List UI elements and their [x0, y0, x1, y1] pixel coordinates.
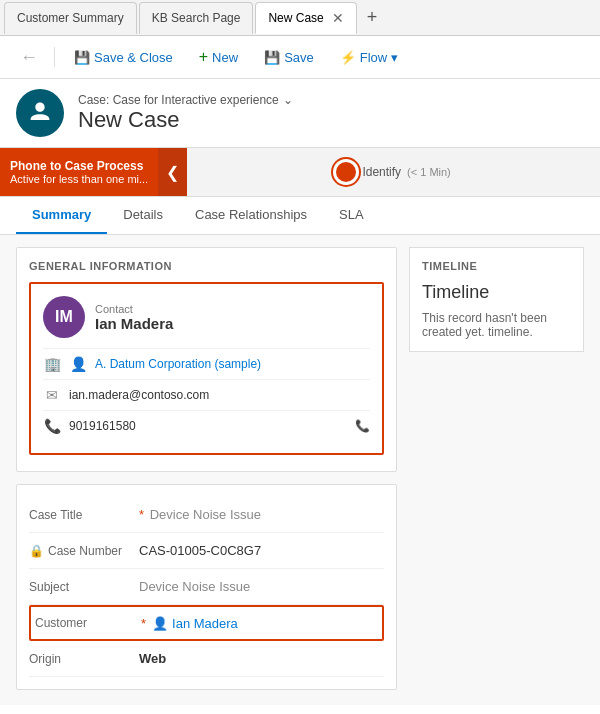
contact-avatar: IM [43, 296, 85, 338]
tab-kb-search-page[interactable]: KB Search Page [139, 2, 254, 34]
flow-chevron-icon: ▾ [391, 50, 398, 65]
timeline-title: Timeline [422, 282, 571, 303]
new-button[interactable]: + New [188, 42, 249, 72]
case-title-value: * Device Noise Issue [139, 507, 384, 522]
lock-icon: 🔒 [29, 544, 44, 558]
browser-tabs: Customer Summary KB Search Page New Case… [0, 0, 600, 36]
save-close-button[interactable]: 💾 Save & Close [63, 44, 184, 71]
save-close-icon: 💾 [74, 50, 90, 65]
record-title-area: Case: Case for Interactive experience ⌄ … [78, 93, 293, 133]
subject-row: Subject Device Noise Issue [29, 569, 384, 605]
case-title-row: Case Title * Device Noise Issue [29, 497, 384, 533]
tab-close-icon[interactable]: ✕ [332, 10, 344, 26]
timeline-empty-message: This record hasn't been created yet. tim… [422, 311, 571, 339]
customer-row: Customer * 👤 Ian Madera [29, 605, 384, 641]
email-icon: ✉ [43, 387, 61, 403]
contact-info: Contact Ian Madera [95, 303, 370, 332]
entity-chevron-icon[interactable]: ⌄ [283, 93, 293, 107]
general-info-card: GENERAL INFORMATION IM Contact Ian Mader… [16, 247, 397, 472]
timeline-card: TIMELINE Timeline This record hasn't bee… [409, 247, 584, 352]
toolbar: ← 💾 Save & Close + New 💾 Save ⚡ Flow ▾ [0, 36, 600, 79]
record-entity: Case: Case for Interactive experience ⌄ [78, 93, 293, 107]
timeline-section-title: TIMELINE [422, 260, 571, 272]
customer-value[interactable]: * 👤 Ian Madera [141, 616, 382, 631]
right-panel: TIMELINE Timeline This record hasn't bee… [409, 247, 584, 693]
case-number-value: CAS-01005-C0C8G7 [139, 543, 384, 558]
customer-required-star: * [141, 616, 146, 631]
bpf-dot-identify [336, 162, 356, 182]
contact-email-row: ✉ ian.madera@contoso.com [43, 379, 370, 410]
tab-customer-summary[interactable]: Customer Summary [4, 2, 137, 34]
customer-link-icon: 👤 [152, 616, 168, 631]
origin-row: Origin Web [29, 641, 384, 677]
phone-dial-icon[interactable]: 📞 [355, 419, 370, 433]
flow-button[interactable]: ⚡ Flow ▾ [329, 44, 409, 71]
bpf-stages: Identify (< 1 Min) [187, 148, 600, 196]
flow-icon: ⚡ [340, 50, 356, 65]
contact-phone-row: 📞 9019161580 📞 [43, 410, 370, 441]
subject-value: Device Noise Issue [139, 579, 384, 594]
main-content: GENERAL INFORMATION IM Contact Ian Mader… [0, 235, 600, 705]
required-star: * [139, 507, 144, 522]
case-number-label: 🔒 Case Number [29, 544, 139, 558]
bpf-bar: Phone to Case Process Active for less th… [0, 147, 600, 197]
general-info-title: GENERAL INFORMATION [29, 260, 384, 272]
case-form-card: Case Title * Device Noise Issue 🔒 Case N… [16, 484, 397, 690]
phone-icon: 📞 [43, 418, 61, 434]
toolbar-separator-1 [54, 47, 55, 67]
contact-company-row: 🏢 👤 A. Datum Corporation (sample) [43, 348, 370, 379]
back-button[interactable]: ← [12, 47, 46, 68]
tab-case-relationships[interactable]: Case Relationships [179, 197, 323, 234]
tab-summary[interactable]: Summary [16, 197, 107, 234]
left-panel: GENERAL INFORMATION IM Contact Ian Mader… [16, 247, 397, 693]
contact-header-row: IM Contact Ian Madera [43, 296, 370, 338]
case-number-row: 🔒 Case Number CAS-01005-C0C8G7 [29, 533, 384, 569]
origin-value: Web [139, 651, 384, 666]
contact-icon: 👤 [69, 356, 87, 372]
bpf-collapse-button[interactable]: ❮ [158, 148, 187, 196]
case-title-label: Case Title [29, 508, 139, 522]
origin-label: Origin [29, 652, 139, 666]
customer-label: Customer [31, 616, 141, 630]
save-button[interactable]: 💾 Save [253, 44, 325, 71]
save-icon: 💾 [264, 50, 280, 65]
new-icon: + [199, 48, 208, 66]
tab-details[interactable]: Details [107, 197, 179, 234]
subject-label: Subject [29, 580, 139, 594]
nav-tabs: Summary Details Case Relationships SLA [0, 197, 600, 235]
bpf-label: Phone to Case Process Active for less th… [0, 148, 158, 196]
avatar [16, 89, 64, 137]
tab-new-case[interactable]: New Case ✕ [255, 2, 356, 34]
bpf-stage-identify: Identify (< 1 Min) [336, 162, 450, 182]
company-link[interactable]: A. Datum Corporation (sample) [95, 357, 261, 371]
company-icon: 🏢 [43, 356, 61, 372]
contact-card: IM Contact Ian Madera 🏢 👤 A. Datum Corpo… [29, 282, 384, 455]
add-tab-button[interactable]: + [359, 7, 386, 28]
tab-sla[interactable]: SLA [323, 197, 380, 234]
record-header: Case: Case for Interactive experience ⌄ … [0, 79, 600, 147]
record-name: New Case [78, 107, 293, 133]
